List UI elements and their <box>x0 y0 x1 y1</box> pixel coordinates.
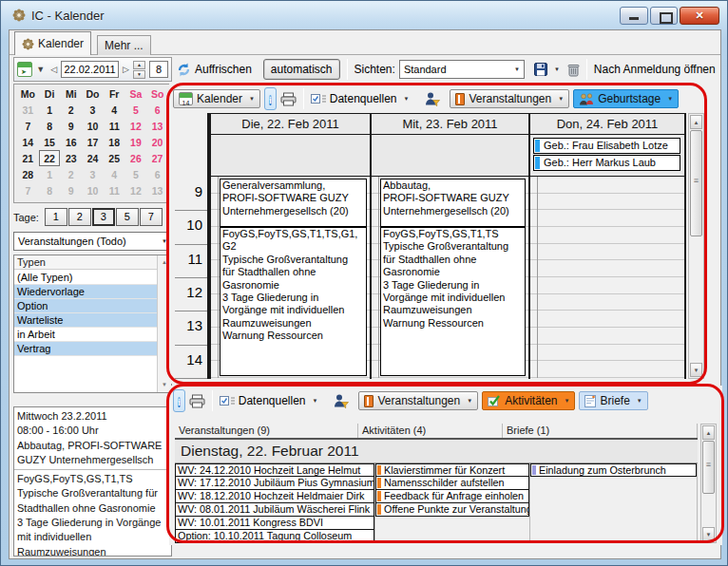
day-body[interactable] <box>530 177 684 378</box>
mini-calendar-day[interactable]: 6 <box>146 102 168 118</box>
mini-calendar-day[interactable]: 28 <box>17 166 39 182</box>
mini-calendar-day[interactable]: 19 <box>125 134 147 150</box>
aktivitaet-row[interactable]: Offene Punkte zur Veranstaltung <box>375 503 529 517</box>
mini-calendar-day[interactable]: 11 <box>104 118 125 134</box>
type-filter-item[interactable]: (Alle Typen) <box>14 271 157 285</box>
save-dropdown-icon[interactable]: ▼ <box>554 66 560 72</box>
refresh-icon[interactable] <box>177 63 191 77</box>
birthday-entry[interactable]: Geb.: Herr Markus Laub <box>533 155 680 171</box>
veranstaltung-row[interactable]: WV: 10.01.2011 Kongress BDVI <box>175 517 374 530</box>
scrollbar-thumb[interactable] <box>690 130 702 236</box>
refresh-label[interactable]: Auffrischen <box>195 63 252 76</box>
spinner-down-icon[interactable]: ▼ <box>133 70 145 79</box>
mini-calendar-day[interactable]: 4 <box>104 102 125 118</box>
automatic-toggle-button[interactable]: automatisch <box>263 59 340 80</box>
days-button-5[interactable]: 5 <box>116 208 139 226</box>
column-header-aktivitaeten[interactable]: Aktivitäten (4) <box>358 424 503 438</box>
veranstaltungen-toggle-button[interactable]: Veranstaltungen ▼ <box>358 391 478 410</box>
mini-calendar-day[interactable]: 16 <box>60 134 82 150</box>
mini-calendar-day[interactable]: 17 <box>82 134 104 150</box>
calendar-picker-icon[interactable]: ➤ <box>17 62 32 77</box>
mini-calendar-day[interactable]: 1 <box>39 166 61 182</box>
mini-calendar-day[interactable]: 13 <box>146 118 168 134</box>
person-filter-icon[interactable] <box>333 393 349 408</box>
calendar-event[interactable]: FoyGS,FoyTS,GS,T1,TS,G1,G2Typische Großv… <box>220 227 367 376</box>
mini-calendar-day[interactable]: 20 <box>146 134 168 150</box>
allday-area[interactable]: Geb.: Frau Elisabeth LotzeGeb.: Herr Mar… <box>530 135 684 177</box>
scroll-up-icon[interactable]: ▲ <box>690 115 702 129</box>
mini-calendar-day[interactable]: 13 <box>146 182 168 198</box>
type-filter-item[interactable]: Wiedervorlage <box>14 285 157 299</box>
mini-calendar-day[interactable]: 11 <box>104 182 125 198</box>
mini-calendar-day[interactable]: 2 <box>60 102 82 118</box>
column-header-veranstaltungen[interactable]: Veranstaltungen (9) <box>175 424 358 438</box>
mini-calendar-day[interactable]: 26 <box>125 150 147 166</box>
mini-calendar-day[interactable]: 8 <box>39 182 61 198</box>
bottom-scrollbar[interactable]: ▲ ▼ <box>700 424 717 543</box>
minimize-button[interactable] <box>620 7 648 25</box>
mini-calendar-day[interactable]: 10 <box>82 118 104 134</box>
mini-calendar-day[interactable]: 10 <box>82 182 104 198</box>
veranstaltung-row[interactable]: WV: 24.12.2010 Hochzeit Lange Helmut <box>175 463 374 477</box>
mini-calendar-day[interactable]: 22 <box>39 150 61 166</box>
mini-calendar-day[interactable]: 12 <box>125 182 147 198</box>
mini-calendar-day[interactable]: 2 <box>60 166 82 182</box>
geburtstage-toggle-button[interactable]: Geburtstage ▼ <box>573 89 679 108</box>
aktivitaet-row[interactable]: Klavierstimmer für Konzert <box>375 463 529 477</box>
kalender-menu-button[interactable]: 14 Kalender ▼ <box>173 89 260 108</box>
mini-calendar-day[interactable]: 21 <box>17 150 39 166</box>
type-filter-item[interactable]: in Arbeit <box>14 328 157 342</box>
spinner-up-icon[interactable]: ▲ <box>133 61 145 69</box>
scroll-up-icon[interactable]: ▲ <box>702 425 715 440</box>
tab-kalender[interactable]: Kalender <box>14 31 91 55</box>
type-filter-item[interactable]: Warteliste <box>14 313 157 328</box>
mini-calendar-day[interactable]: 5 <box>125 102 147 118</box>
mini-calendar-day[interactable]: 7 <box>17 118 39 134</box>
briefe-toggle-button[interactable]: Briefe ▼ <box>579 391 647 410</box>
mini-calendar-day[interactable]: 15 <box>39 134 61 150</box>
print-button[interactable] <box>189 394 205 408</box>
prev-day-button[interactable]: ◁ <box>48 65 59 74</box>
mini-calendar-day[interactable]: 12 <box>125 118 147 134</box>
mini-calendar-day[interactable]: 7 <box>17 182 39 198</box>
views-combobox[interactable]: Standard ▼ <box>399 60 525 79</box>
scroll-down-icon[interactable]: ▼ <box>690 363 702 377</box>
aktivitaeten-toggle-button[interactable]: Aktivitäten ▼ <box>482 391 575 410</box>
mini-calendar-day[interactable]: 5 <box>125 166 147 182</box>
date-field[interactable]: 22.02.2011 <box>61 61 119 78</box>
mini-calendar-day[interactable]: 1 <box>39 102 61 118</box>
mini-calendar-day[interactable]: 4 <box>104 166 125 182</box>
mini-calendar-day[interactable]: 27 <box>146 150 168 166</box>
close-button[interactable] <box>680 7 719 25</box>
days-button-7[interactable]: 7 <box>140 208 163 226</box>
datenquellen-label[interactable]: Datenquellen <box>330 92 397 105</box>
datasource-checkbox-icon[interactable] <box>311 93 326 104</box>
delete-view-button[interactable] <box>567 63 580 77</box>
calendar-dropdown-icon[interactable]: ▼ <box>34 65 47 74</box>
date-spinner[interactable]: ▲▼ <box>133 61 145 79</box>
day-body[interactable]: Generalversammlung,PROFI-SOFTWARE GUZYUn… <box>211 177 370 378</box>
type-filter-item[interactable]: Vertrag <box>14 342 157 356</box>
save-view-button[interactable] <box>534 63 547 76</box>
column-header-briefe[interactable]: Briefe (1) <box>503 424 698 438</box>
mini-calendar-day[interactable]: 3 <box>82 102 104 118</box>
mini-calendar-day[interactable]: 14 <box>17 134 39 150</box>
veranstaltungen-toggle-button[interactable]: Veranstaltungen ▼ <box>450 89 569 108</box>
mini-calendar-day[interactable]: 25 <box>104 150 125 166</box>
info-toggle-button[interactable] <box>264 87 277 110</box>
brief-row[interactable]: Einladung zum Osterbrunch <box>530 463 697 477</box>
mini-calendar-day[interactable]: 3 <box>82 166 104 182</box>
veranstaltung-row[interactable]: WV: 18.12.2010 Hochzeit Heldmaier Dirk <box>175 490 374 503</box>
mini-calendar-day[interactable]: 8 <box>39 118 61 134</box>
veranstaltung-row[interactable]: WV: 17.12.2010 Jubiläum Pius Gymnasium <box>175 477 374 490</box>
veranstaltung-row[interactable]: Option: 10.10.2011 Tagung Colloseum <box>175 530 374 543</box>
todo-filter-combobox[interactable]: Veranstaltungen (Todo) ▼ <box>13 232 172 251</box>
mini-calendar-day[interactable]: 6 <box>146 166 168 182</box>
datasource-checkbox-icon[interactable] <box>220 395 235 406</box>
veranstaltung-row[interactable]: WV: 08.01.2011 Jubiläum Wäscherei Flink <box>175 503 374 517</box>
calendar-scrollbar[interactable]: ▲ ▼ <box>688 113 704 379</box>
scroll-down-icon[interactable]: ▼ <box>702 527 715 541</box>
tab-mehr[interactable]: Mehr ... <box>97 35 151 55</box>
maximize-button[interactable] <box>650 7 678 25</box>
aktivitaet-row[interactable]: Namensschilder aufstellen <box>375 477 529 490</box>
